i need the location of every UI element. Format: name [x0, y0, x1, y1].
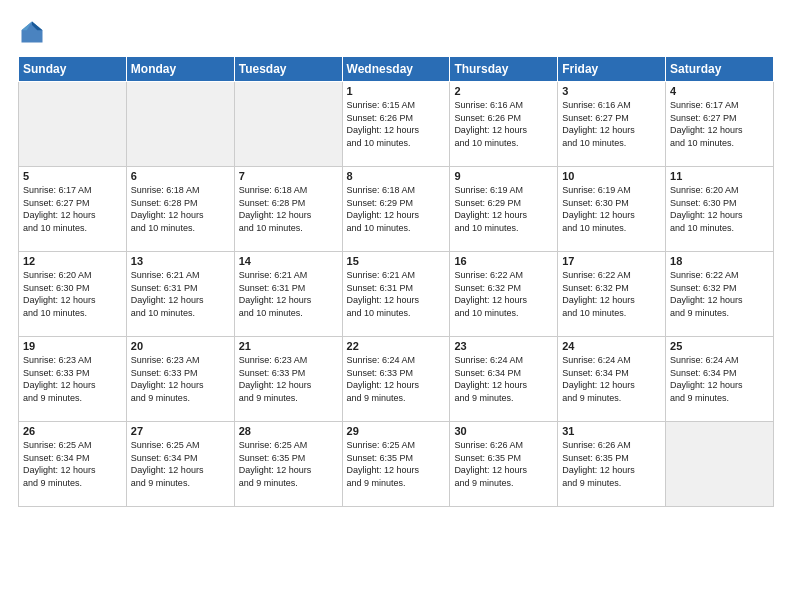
day-info: Sunrise: 6:16 AMSunset: 6:27 PMDaylight:…	[562, 99, 661, 149]
daylight-hours-label: Daylight: 12 hours	[239, 210, 312, 220]
calendar-cell: 22Sunrise: 6:24 AMSunset: 6:33 PMDayligh…	[342, 337, 450, 422]
day-info-line: Sunrise: 6:23 AM	[239, 355, 308, 365]
calendar-cell: 13Sunrise: 6:21 AMSunset: 6:31 PMDayligh…	[126, 252, 234, 337]
day-info: Sunrise: 6:19 AMSunset: 6:30 PMDaylight:…	[562, 184, 661, 234]
day-info-line: and 10 minutes.	[347, 138, 411, 148]
day-number: 10	[562, 170, 661, 182]
daylight-hours-label: Daylight: 12 hours	[131, 210, 204, 220]
day-number: 7	[239, 170, 338, 182]
daylight-hours-label: Daylight: 12 hours	[347, 210, 420, 220]
day-info: Sunrise: 6:18 AMSunset: 6:29 PMDaylight:…	[347, 184, 446, 234]
day-info-line: Sunrise: 6:24 AM	[562, 355, 631, 365]
day-info-line: and 10 minutes.	[23, 308, 87, 318]
day-info-line: and 10 minutes.	[454, 223, 518, 233]
day-number: 13	[131, 255, 230, 267]
daylight-hours-label: Daylight: 12 hours	[347, 465, 420, 475]
day-info-line: Sunrise: 6:25 AM	[131, 440, 200, 450]
day-info: Sunrise: 6:23 AMSunset: 6:33 PMDaylight:…	[131, 354, 230, 404]
day-info-line: Sunrise: 6:19 AM	[562, 185, 631, 195]
day-number: 16	[454, 255, 553, 267]
day-number: 8	[347, 170, 446, 182]
day-number: 25	[670, 340, 769, 352]
day-info-line: Sunrise: 6:24 AM	[347, 355, 416, 365]
day-info-line: Sunrise: 6:21 AM	[347, 270, 416, 280]
day-number: 30	[454, 425, 553, 437]
daylight-hours-label: Daylight: 12 hours	[562, 295, 635, 305]
day-number: 9	[454, 170, 553, 182]
calendar-day-header: Sunday	[19, 57, 127, 82]
day-number: 6	[131, 170, 230, 182]
calendar-cell: 17Sunrise: 6:22 AMSunset: 6:32 PMDayligh…	[558, 252, 666, 337]
day-info-line: Sunset: 6:34 PM	[131, 453, 198, 463]
day-info: Sunrise: 6:24 AMSunset: 6:34 PMDaylight:…	[562, 354, 661, 404]
day-info: Sunrise: 6:17 AMSunset: 6:27 PMDaylight:…	[23, 184, 122, 234]
day-info-line: and 9 minutes.	[454, 478, 513, 488]
day-info-line: and 9 minutes.	[562, 478, 621, 488]
day-info-line: Sunset: 6:31 PM	[239, 283, 306, 293]
day-info: Sunrise: 6:22 AMSunset: 6:32 PMDaylight:…	[670, 269, 769, 319]
day-number: 14	[239, 255, 338, 267]
calendar-cell	[126, 82, 234, 167]
calendar-day-header: Monday	[126, 57, 234, 82]
day-number: 12	[23, 255, 122, 267]
day-info: Sunrise: 6:25 AMSunset: 6:34 PMDaylight:…	[131, 439, 230, 489]
day-info-line: Sunrise: 6:22 AM	[562, 270, 631, 280]
day-info-line: and 10 minutes.	[131, 223, 195, 233]
calendar-cell: 16Sunrise: 6:22 AMSunset: 6:32 PMDayligh…	[450, 252, 558, 337]
day-info: Sunrise: 6:22 AMSunset: 6:32 PMDaylight:…	[562, 269, 661, 319]
day-info-line: and 9 minutes.	[131, 478, 190, 488]
day-info-line: and 10 minutes.	[239, 308, 303, 318]
day-info-line: Sunset: 6:35 PM	[454, 453, 521, 463]
calendar-cell: 3Sunrise: 6:16 AMSunset: 6:27 PMDaylight…	[558, 82, 666, 167]
day-info: Sunrise: 6:22 AMSunset: 6:32 PMDaylight:…	[454, 269, 553, 319]
calendar-cell: 19Sunrise: 6:23 AMSunset: 6:33 PMDayligh…	[19, 337, 127, 422]
day-info-line: Sunrise: 6:17 AM	[23, 185, 92, 195]
day-info: Sunrise: 6:23 AMSunset: 6:33 PMDaylight:…	[23, 354, 122, 404]
day-info-line: and 9 minutes.	[670, 308, 729, 318]
day-info-line: Sunset: 6:33 PM	[347, 368, 414, 378]
day-info: Sunrise: 6:20 AMSunset: 6:30 PMDaylight:…	[670, 184, 769, 234]
logo-icon	[18, 18, 46, 46]
day-info-line: Sunset: 6:27 PM	[670, 113, 737, 123]
day-info-line: Sunset: 6:32 PM	[670, 283, 737, 293]
day-info-line: and 10 minutes.	[562, 223, 626, 233]
calendar-cell: 18Sunrise: 6:22 AMSunset: 6:32 PMDayligh…	[666, 252, 774, 337]
daylight-hours-label: Daylight: 12 hours	[23, 295, 96, 305]
daylight-hours-label: Daylight: 12 hours	[347, 380, 420, 390]
day-info: Sunrise: 6:24 AMSunset: 6:34 PMDaylight:…	[670, 354, 769, 404]
day-number: 5	[23, 170, 122, 182]
calendar-day-header: Friday	[558, 57, 666, 82]
day-info-line: and 9 minutes.	[454, 393, 513, 403]
day-info-line: Sunrise: 6:17 AM	[670, 100, 739, 110]
day-info-line: and 10 minutes.	[23, 223, 87, 233]
day-info-line: and 9 minutes.	[347, 393, 406, 403]
calendar-cell: 23Sunrise: 6:24 AMSunset: 6:34 PMDayligh…	[450, 337, 558, 422]
day-info-line: and 10 minutes.	[347, 223, 411, 233]
day-info: Sunrise: 6:25 AMSunset: 6:34 PMDaylight:…	[23, 439, 122, 489]
calendar-cell: 14Sunrise: 6:21 AMSunset: 6:31 PMDayligh…	[234, 252, 342, 337]
day-info-line: Sunset: 6:27 PM	[23, 198, 90, 208]
day-info-line: and 9 minutes.	[562, 393, 621, 403]
day-info-line: Sunrise: 6:26 AM	[562, 440, 631, 450]
calendar-cell: 29Sunrise: 6:25 AMSunset: 6:35 PMDayligh…	[342, 422, 450, 507]
daylight-hours-label: Daylight: 12 hours	[131, 465, 204, 475]
day-info-line: and 9 minutes.	[239, 393, 298, 403]
day-info-line: Sunset: 6:31 PM	[131, 283, 198, 293]
daylight-hours-label: Daylight: 12 hours	[670, 210, 743, 220]
day-info: Sunrise: 6:24 AMSunset: 6:34 PMDaylight:…	[454, 354, 553, 404]
day-info-line: Sunrise: 6:21 AM	[239, 270, 308, 280]
day-info-line: Sunset: 6:33 PM	[239, 368, 306, 378]
daylight-hours-label: Daylight: 12 hours	[23, 380, 96, 390]
day-info: Sunrise: 6:20 AMSunset: 6:30 PMDaylight:…	[23, 269, 122, 319]
daylight-hours-label: Daylight: 12 hours	[239, 295, 312, 305]
calendar-cell: 31Sunrise: 6:26 AMSunset: 6:35 PMDayligh…	[558, 422, 666, 507]
day-info: Sunrise: 6:21 AMSunset: 6:31 PMDaylight:…	[239, 269, 338, 319]
day-info: Sunrise: 6:16 AMSunset: 6:26 PMDaylight:…	[454, 99, 553, 149]
day-info-line: Sunset: 6:30 PM	[23, 283, 90, 293]
day-info: Sunrise: 6:18 AMSunset: 6:28 PMDaylight:…	[131, 184, 230, 234]
day-number: 26	[23, 425, 122, 437]
day-info-line: Sunset: 6:32 PM	[562, 283, 629, 293]
calendar-cell	[666, 422, 774, 507]
day-info-line: Sunset: 6:32 PM	[454, 283, 521, 293]
day-info-line: Sunset: 6:33 PM	[23, 368, 90, 378]
